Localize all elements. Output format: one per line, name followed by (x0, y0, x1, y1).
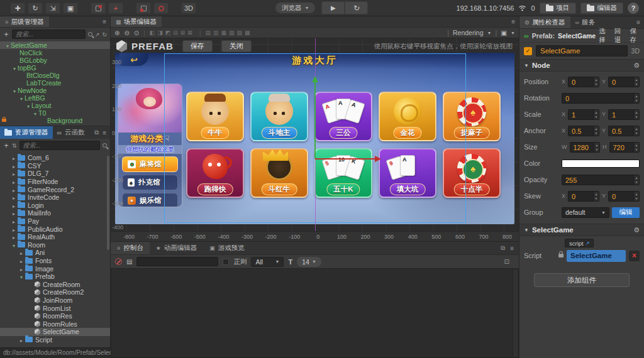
stepper-arrows[interactable]: ▲▼ (633, 192, 639, 201)
search-icon[interactable] (103, 143, 107, 148)
stepper-arrows[interactable]: ▲▼ (593, 192, 599, 201)
copy-icon[interactable]: ⧉ (94, 129, 99, 136)
stepper-arrows[interactable]: ▲▼ (593, 126, 599, 136)
scale-tool-button[interactable]: ⇲ (45, 3, 60, 14)
asset-item-PublicAudio[interactable]: PublicAudio (0, 225, 110, 233)
panel-menu-icon[interactable]: ≡ (103, 129, 106, 136)
assets-scrollbar[interactable] (107, 156, 109, 250)
distribute-tools-icons[interactable]: ▤▥▦▧▨▩ (206, 30, 253, 36)
expand-arrow-icon[interactable] (13, 64, 16, 72)
services-tab[interactable]: ∞ 服务 (570, 16, 600, 28)
script-asset-field[interactable]: SelectGame (567, 250, 626, 262)
scale-x-input[interactable]: 1▲▼ (568, 109, 599, 120)
asset-item-MailInfo[interactable]: MailInfo (0, 209, 110, 217)
asset-item-InviteCode[interactable]: InviteCode (0, 193, 110, 202)
bottom-tab-控制台[interactable]: ≡控制台 (111, 242, 150, 254)
node-name-input[interactable]: SelectGame (536, 45, 628, 57)
collapse-arrow-icon[interactable] (13, 170, 15, 177)
console-output-area[interactable] (111, 268, 519, 358)
console-filter-input[interactable] (136, 257, 218, 266)
anchor-y-input[interactable]: 0.5▲▼ (608, 126, 640, 136)
open-editor-button[interactable]: 编辑器 (580, 3, 624, 14)
refresh-icon[interactable]: ↻ (102, 31, 107, 38)
prefab-select-button[interactable]: 选择 (599, 27, 609, 45)
stepper-arrows[interactable]: ▲▼ (633, 175, 639, 185)
scene-viewport[interactable]: PREFAB 保存 关闭 使用鼠标右键平移视窗焦点，使用滚轮缩放视图 30020… (111, 38, 519, 231)
prefab-close-button[interactable]: 关闭 (221, 40, 252, 52)
asset-item-FilterNode[interactable]: FilterNode (0, 178, 110, 186)
asset-item-GameRecord_2[interactable]: GameRecord_2 (0, 185, 110, 193)
collapse-arrow-icon[interactable] (13, 217, 15, 225)
position-x-input[interactable]: 0▲▼ (568, 77, 599, 87)
color-swatch[interactable] (562, 160, 640, 168)
gear-icon[interactable]: ⚙ (633, 226, 640, 234)
play-button[interactable]: ▶ (321, 1, 345, 14)
hierarchy-node-LeftBG[interactable]: LeftBG (0, 94, 110, 102)
regex-checkbox[interactable] (223, 259, 229, 265)
expand-arrow-icon[interactable] (20, 273, 23, 280)
expand-arrow-icon[interactable] (6, 41, 9, 49)
collapse-arrow-icon[interactable] (13, 202, 15, 209)
open-project-button[interactable]: 项目 (540, 3, 576, 14)
stepper-arrows[interactable]: ▲▼ (593, 110, 599, 119)
copy-icon[interactable]: ⧉ (501, 244, 505, 252)
collapse-arrow-icon[interactable] (13, 154, 15, 161)
asset-item-Room[interactable]: Room (0, 241, 110, 249)
collapse-arrow-icon[interactable] (13, 225, 15, 233)
panel-menu-icon[interactable]: ≡ (510, 245, 514, 252)
asset-item-Prefab[interactable]: Prefab (0, 273, 110, 281)
gizmo-x-arrow[interactable] (315, 158, 378, 160)
asset-item-CSY[interactable]: CSY (0, 162, 110, 170)
collapse-arrow-icon[interactable] (20, 336, 23, 344)
rendering-dropdown[interactable]: Rendering (453, 29, 483, 36)
panel-menu-icon[interactable]: ≡ (511, 18, 515, 25)
asset-item-Ani[interactable]: Ani (0, 249, 110, 257)
collapse-arrow-icon[interactable] (13, 186, 15, 193)
collapse-arrow-icon[interactable] (20, 257, 23, 264)
asset-item-RealAuth[interactable]: RealAuth (0, 233, 110, 241)
asset-item-Fonts[interactable]: Fonts (0, 257, 110, 265)
scale-y-input[interactable]: 1▲▼ (608, 109, 640, 120)
cloud-functions-tab[interactable]: ∞ 云函数 (53, 126, 89, 139)
prefab-save-button[interactable]: 保存 (630, 27, 640, 45)
gizmo-y-arrow[interactable] (314, 79, 316, 159)
open-log-icon[interactable]: ▤ (126, 258, 132, 265)
position-y-input[interactable]: 0▲▼ (608, 77, 640, 87)
collapse-arrow-icon[interactable] (13, 233, 15, 241)
hierarchy-node-topBG[interactable]: topBG (0, 64, 110, 72)
expand-arrow-icon[interactable] (13, 87, 16, 94)
collapse-arrow-icon[interactable] (13, 178, 15, 185)
remove-script-button[interactable]: × (629, 251, 640, 261)
gear-icon[interactable]: ⚙ (633, 62, 640, 70)
size-h-input[interactable]: 720▲▼ (609, 142, 640, 153)
collapse-arrow-icon[interactable] (13, 193, 15, 201)
expand-arrow-icon[interactable] (13, 241, 15, 249)
bottom-tab-动画编辑器[interactable]: ★动画编辑器 (150, 242, 204, 254)
font-size-dropdown[interactable]: 14 ▼ (297, 257, 321, 267)
collapse-arrow-icon[interactable] (20, 265, 23, 273)
align-tools-icons[interactable]: ◧◨◩⊟⊞⊠ (150, 30, 195, 36)
asset-item-Login[interactable]: Login (0, 202, 110, 210)
anchor-mode-button[interactable]: + (108, 3, 123, 14)
sort-icon[interactable]: ⇅ (12, 143, 17, 149)
add-component-button[interactable]: 添加组件 (534, 273, 630, 287)
collapse-arrow-icon[interactable] (20, 249, 23, 256)
stepper-arrows[interactable]: ▲▼ (633, 143, 639, 152)
asset-item-Pay[interactable]: Pay (0, 217, 110, 225)
collapse-arrow-icon[interactable]: ▼ (524, 63, 529, 68)
zoom-reset-icon[interactable]: ⊙ (134, 30, 139, 36)
asset-item-CreateRoom2[interactable]: CreateRoom2 (0, 288, 110, 296)
script-type-badge[interactable]: script ↗ (565, 239, 594, 247)
collapse-arrow-icon[interactable]: ▼ (524, 227, 529, 233)
skew-x-input[interactable]: 0▲▼ (568, 191, 599, 202)
hierarchy-node-T0[interactable]: T0 (0, 109, 110, 117)
refresh-button[interactable]: ↻ (345, 1, 368, 14)
size-w-input[interactable]: 1280▲▼ (570, 142, 601, 153)
zoom-out-icon[interactable]: ⊖ (124, 30, 129, 36)
preview-target-dropdown[interactable]: 浏览器 ▼ (275, 3, 315, 13)
mode-3d-button[interactable]: 3D (181, 3, 196, 14)
hierarchy-node-NoClick[interactable]: NoClick (0, 49, 110, 57)
panel-menu-icon[interactable]: ≡ (103, 18, 106, 25)
anchor-x-input[interactable]: 0.5▲▼ (568, 126, 599, 136)
clear-console-icon[interactable] (115, 258, 122, 265)
